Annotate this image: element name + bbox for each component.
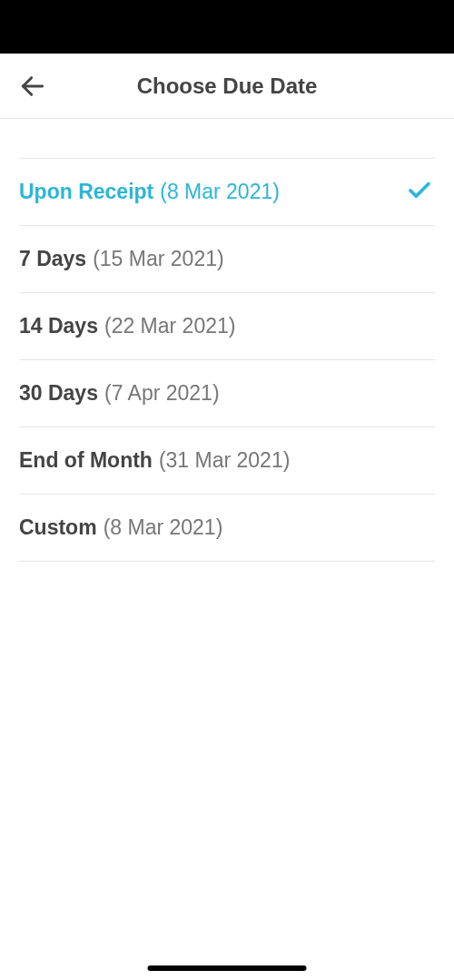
option-label: Upon Receipt — [19, 180, 153, 204]
option-date: (22 Mar 2021) — [104, 314, 235, 338]
option-label: 30 Days — [19, 381, 98, 406]
option-date: (31 Mar 2021) — [159, 448, 290, 473]
page-title: Choose Due Date — [18, 74, 436, 99]
back-button[interactable] — [18, 72, 47, 101]
status-bar — [0, 0, 454, 54]
option-date: (7 Apr 2021) — [104, 381, 220, 406]
option-14-days[interactable]: 14 Days (22 Mar 2021) — [19, 293, 435, 360]
option-date: (8 Mar 2021) — [160, 180, 280, 204]
due-date-list: Upon Receipt (8 Mar 2021) 7 Days (15 Mar… — [0, 119, 454, 562]
option-label: 7 Days — [19, 247, 86, 271]
header: Choose Due Date — [0, 54, 454, 119]
option-label: Custom — [19, 515, 97, 540]
option-label: End of Month — [19, 448, 153, 473]
option-30-days[interactable]: 30 Days (7 Apr 2021) — [19, 360, 435, 427]
arrow-left-icon — [18, 72, 47, 101]
home-indicator — [148, 965, 307, 971]
option-date: (15 Mar 2021) — [93, 247, 223, 271]
option-7-days[interactable]: 7 Days (15 Mar 2021) — [19, 226, 435, 293]
check-icon — [406, 177, 433, 208]
option-custom[interactable]: Custom (8 Mar 2021) — [19, 495, 435, 562]
option-label: 14 Days — [19, 314, 98, 338]
list-spacer — [19, 119, 435, 159]
option-date: (8 Mar 2021) — [104, 515, 223, 540]
option-end-of-month[interactable]: End of Month (31 Mar 2021) — [19, 427, 435, 495]
option-upon-receipt[interactable]: Upon Receipt (8 Mar 2021) — [19, 159, 435, 226]
